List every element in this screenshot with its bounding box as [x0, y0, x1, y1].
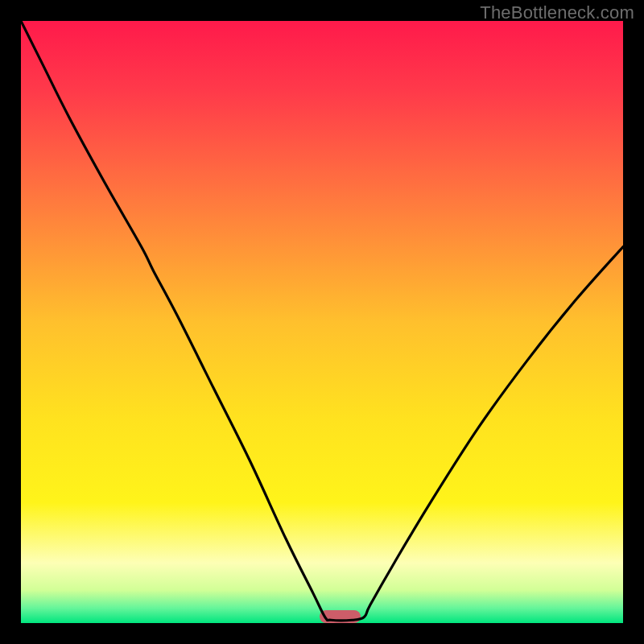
chart-frame: TheBottleneck.com — [0, 0, 644, 644]
bottleneck-curve — [21, 21, 623, 623]
plot-area — [21, 21, 623, 623]
